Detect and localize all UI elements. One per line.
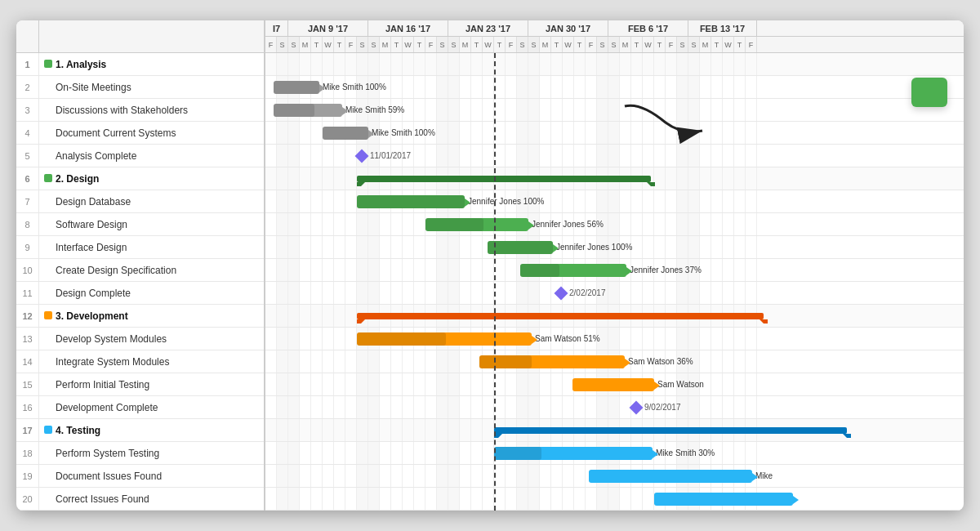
gantt-cell <box>688 167 700 190</box>
cta-button[interactable] <box>911 78 947 107</box>
gantt-cell <box>345 373 357 395</box>
gantt-cell <box>300 236 311 258</box>
gantt-cell <box>380 442 391 464</box>
gantt-cell <box>345 282 357 304</box>
gantt-cell <box>380 350 391 373</box>
gantt-cell <box>483 76 494 98</box>
gantt-cell <box>471 282 483 304</box>
gantt-cell <box>380 236 391 258</box>
day-cell: T <box>391 37 403 53</box>
gantt-cell <box>700 76 711 98</box>
gantt-cell <box>277 122 288 144</box>
gantt-cell <box>734 236 746 258</box>
gantt-cell <box>345 53 357 75</box>
gantt-cell <box>483 122 494 144</box>
gantt-cell <box>311 236 323 258</box>
row-task-name: Design Database <box>39 196 264 207</box>
gantt-cell <box>403 442 414 464</box>
bar-end-arrow <box>368 130 374 138</box>
bar-label: Mike Smith 100% <box>323 83 386 91</box>
gantt-cell <box>563 53 574 75</box>
gantt-cell <box>586 190 597 212</box>
bar-end-arrow <box>752 473 758 481</box>
gantt-cell <box>540 282 551 304</box>
gantt-cell <box>460 442 471 464</box>
milestone-label: 9/02/2017 <box>644 403 681 412</box>
gantt-cell <box>643 328 654 350</box>
gantt-bar <box>357 332 532 346</box>
gantt-cell <box>437 259 448 281</box>
row-task-name: Document Current Systems <box>39 127 264 139</box>
task-row: 174. Testing <box>16 419 264 442</box>
bar-progress <box>274 104 314 117</box>
gantt-cell <box>517 145 528 167</box>
row-task-name: 4. Testing <box>39 425 264 436</box>
gantt-cell <box>471 236 483 258</box>
gantt-cell <box>700 190 711 212</box>
gantt-cell <box>334 213 345 235</box>
gantt-cell <box>288 213 300 235</box>
gantt-cell <box>323 282 334 304</box>
task-row: 2On-Site Meetings <box>16 76 264 99</box>
gantt-cell <box>620 76 631 98</box>
gantt-cell <box>414 259 425 281</box>
gantt-cell <box>608 76 620 98</box>
gantt-cell <box>380 53 391 75</box>
task-row: 11Design Complete <box>16 282 264 305</box>
gantt-cell <box>288 350 300 373</box>
bar-label: Jennifer Jones 37% <box>630 266 702 274</box>
task-row: 3Discussions with Stakeholders <box>16 99 264 122</box>
month-cell: JAN 9 '17 <box>288 20 368 36</box>
gantt-cell <box>586 99 597 121</box>
gantt-cell <box>608 328 620 350</box>
row-number: 15 <box>16 373 39 395</box>
day-cell: F <box>345 37 357 53</box>
gantt-cell <box>483 442 494 464</box>
month-cell: FEB 6 '17 <box>608 20 688 36</box>
gantt-cell <box>414 99 425 121</box>
gantt-cell <box>540 122 551 144</box>
day-cell: W <box>483 37 494 53</box>
gantt-cell <box>460 53 471 75</box>
gantt-row: 2/02/2017 <box>265 282 964 305</box>
gantt-cell <box>723 99 734 121</box>
gantt-cell <box>700 167 711 190</box>
gantt-cell <box>483 419 494 441</box>
gantt-cell <box>391 236 403 258</box>
bar-end-arrow <box>319 84 325 92</box>
day-cell: W <box>323 37 334 53</box>
gantt-bar <box>274 104 342 117</box>
gantt-cell <box>277 282 288 304</box>
gantt-cell <box>746 167 757 190</box>
gantt-cell <box>425 99 437 121</box>
gantt-cell <box>311 396 323 418</box>
gantt-cell <box>471 465 483 487</box>
row-task-name: Perform System Testing <box>39 448 264 459</box>
bar-end-arrow <box>654 382 660 390</box>
gantt-cell <box>460 236 471 258</box>
gantt-cell <box>608 190 620 212</box>
gantt-cell <box>380 373 391 395</box>
gantt-cell <box>517 465 528 487</box>
day-cell: T <box>334 37 345 53</box>
gantt-cell <box>277 328 288 350</box>
gantt-cell <box>540 396 551 418</box>
gantt-cell <box>666 76 677 98</box>
gantt-cell <box>425 419 437 441</box>
gantt-cell <box>437 99 448 121</box>
gantt-row: Mike <box>265 465 964 488</box>
gantt-cell <box>277 396 288 418</box>
gantt-cell <box>368 373 380 395</box>
row-number: 11 <box>16 282 39 304</box>
gantt-cell <box>460 145 471 167</box>
gantt-container: 11. Analysis2On-Site Meetings3Discussion… <box>16 20 964 511</box>
task-row: 19Document Issues Found <box>16 465 264 488</box>
gantt-cell <box>597 53 608 75</box>
day-cell: T <box>311 37 323 53</box>
row-task-name: Integrate System Modules <box>39 356 264 368</box>
gantt-cell <box>734 190 746 212</box>
day-cell: M <box>380 37 391 53</box>
gantt-cell <box>551 396 563 418</box>
bar-progress <box>357 195 465 208</box>
day-cell: W <box>403 37 414 53</box>
